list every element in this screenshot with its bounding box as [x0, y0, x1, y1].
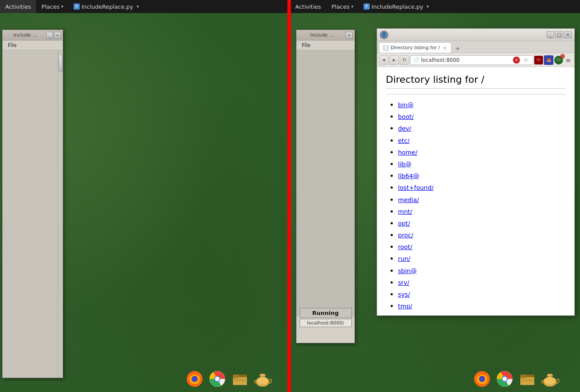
left-minimize-button[interactable]: _	[46, 32, 53, 39]
right-places[interactable]: Places ▾	[326, 0, 358, 13]
addon-button[interactable]: 🦊	[544, 55, 553, 65]
svg-rect-8	[233, 375, 239, 378]
dir-link[interactable]: root/	[398, 243, 412, 250]
list-item: run/	[398, 253, 566, 264]
left-file-menu[interactable]: File	[4, 41, 20, 49]
left-window-titlebar: Include ... _ ×	[3, 30, 63, 41]
filemanager-svg	[231, 370, 249, 388]
dir-link[interactable]: home/	[398, 149, 417, 156]
dir-link[interactable]: sbin@	[398, 267, 417, 274]
dir-link[interactable]: usr/	[398, 314, 410, 315]
tab-close-button[interactable]: ×	[442, 45, 448, 51]
browser-window: 👤 _ □ × 📄 Directory listing for / × + ◂ …	[377, 28, 575, 316]
dir-link[interactable]: proc/	[398, 232, 413, 239]
dir-link[interactable]: run/	[398, 255, 410, 262]
dir-link[interactable]: sys/	[398, 291, 410, 298]
right-file-menu[interactable]: File	[298, 41, 314, 49]
browser-user-icon: 👤	[380, 30, 388, 39]
left-scrollbar-thumb[interactable]	[58, 54, 63, 72]
bookmark-button[interactable]: ☆	[522, 56, 530, 64]
list-item: media/	[398, 194, 566, 206]
list-item: srv/	[398, 277, 566, 288]
left-activities[interactable]: Activities	[0, 0, 36, 13]
left-app-menu[interactable]: P IncludeReplace.py ▾	[68, 0, 144, 13]
browser-tab-active[interactable]: 📄 Directory listing for / ×	[379, 42, 452, 53]
url-bar[interactable]: 📄 localhost:8000 ✕ ☆	[410, 55, 533, 65]
svg-rect-9	[234, 379, 246, 380]
screen-divider	[287, 0, 291, 392]
dir-link[interactable]: media/	[398, 196, 419, 203]
security-button[interactable]: 🛡 0	[554, 56, 563, 64]
back-button[interactable]: ◂	[379, 55, 388, 65]
tab-favicon: 📄	[383, 45, 389, 51]
svg-point-5	[215, 377, 219, 381]
dir-link[interactable]: opt/	[398, 220, 410, 227]
right-app-window: Include ... × File Running localhost:800…	[296, 30, 355, 343]
left-window-title: Include ...	[4, 32, 46, 38]
forward-button[interactable]: ▸	[389, 55, 399, 65]
dir-link[interactable]: lib64@	[398, 172, 419, 179]
menu-button[interactable]: ≡	[564, 56, 573, 64]
right-filemanager-icon[interactable]	[518, 369, 537, 389]
dir-link[interactable]: srv/	[398, 279, 409, 286]
left-window-controls: _ ×	[46, 32, 61, 39]
new-tab-button[interactable]: +	[453, 44, 462, 53]
svg-rect-24	[521, 379, 533, 380]
stop-button[interactable]: ✕	[513, 57, 520, 64]
dir-link[interactable]: dev/	[398, 125, 411, 132]
list-item: etc/	[398, 135, 566, 146]
right-firefox-icon[interactable]	[472, 369, 492, 389]
browser-minimize-button[interactable]: _	[546, 31, 554, 38]
reload-button[interactable]: ↻	[400, 55, 409, 65]
left-close-button[interactable]: ×	[54, 32, 61, 39]
running-button[interactable]: Running	[300, 308, 352, 318]
svg-point-14	[260, 374, 265, 377]
status-area: Running localhost:8000/	[297, 308, 354, 327]
browser-maximize-button[interactable]: □	[555, 31, 563, 38]
right-chrome-icon[interactable]	[495, 369, 514, 389]
list-item: sbin@	[398, 265, 566, 277]
left-chrome-icon[interactable]	[208, 369, 227, 389]
url-page-icon: 📄	[413, 57, 419, 63]
shield-icon[interactable]: 🛡	[534, 56, 543, 64]
left-app-window: Include ... _ × File	[2, 30, 63, 378]
list-item: root/	[398, 241, 566, 253]
list-item: proc/	[398, 229, 566, 241]
right-window-content	[297, 50, 354, 317]
app-arrow-icon: ▾	[137, 4, 139, 9]
right-activities[interactable]: Activities	[290, 0, 326, 13]
left-filemanager-icon[interactable]	[230, 369, 250, 389]
right-app-arrow-icon: ▾	[427, 4, 429, 9]
right-window-controls: ×	[346, 32, 353, 39]
right-taskbar	[453, 366, 579, 392]
dir-link[interactable]: etc/	[398, 137, 410, 144]
list-item: lost+found/	[398, 182, 566, 193]
right-firefox-svg	[473, 370, 491, 388]
left-scrollbar[interactable]	[57, 50, 63, 378]
dir-link[interactable]: mnt/	[398, 208, 412, 215]
browser-window-controls: _ □ ×	[546, 31, 572, 38]
right-app-menu[interactable]: P IncludeReplace.py ▾	[358, 0, 434, 13]
list-item: bin@	[398, 99, 566, 111]
browser-close-button[interactable]: ×	[564, 31, 572, 38]
left-places[interactable]: Places ▾	[36, 0, 68, 13]
badge: 0	[560, 54, 565, 58]
svg-point-20	[502, 377, 507, 381]
right-teapot-icon[interactable]	[540, 369, 560, 389]
svg-point-2	[192, 376, 198, 382]
dir-link[interactable]: bin@	[398, 101, 414, 108]
chrome-svg	[209, 370, 226, 388]
left-firefox-icon[interactable]	[185, 369, 204, 389]
dir-link[interactable]: boot/	[398, 113, 414, 120]
url-text: localhost:8000	[421, 57, 511, 63]
list-item: tmp/	[398, 300, 566, 312]
dir-link[interactable]: lib@	[398, 161, 411, 168]
list-item: lib64@	[398, 170, 566, 182]
right-filemanager-svg	[519, 370, 536, 388]
dir-link[interactable]: lost+found/	[398, 184, 434, 191]
right-window-menubar: File	[297, 41, 354, 50]
dir-link[interactable]: tmp/	[398, 303, 412, 310]
svg-rect-10	[234, 381, 246, 382]
right-close-button[interactable]: ×	[346, 32, 353, 39]
left-teapot-icon[interactable]	[253, 369, 272, 389]
